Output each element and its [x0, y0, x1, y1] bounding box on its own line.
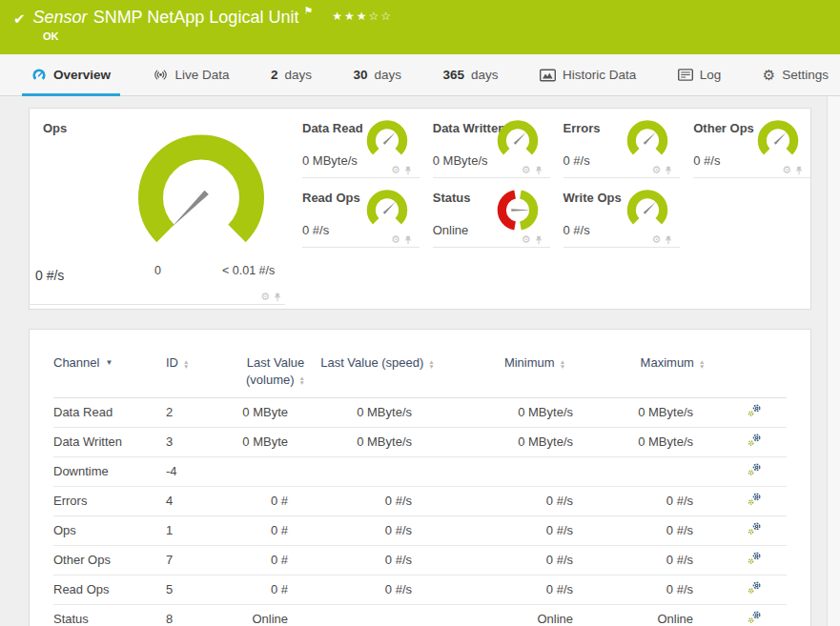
- gauge-tile-ops: Ops 0 < 0.01 #/s 0 #/s ⚙: [30, 109, 289, 309]
- cell-minimum: 0 #/s: [435, 487, 635, 516]
- sensor-kind-label: Sensor: [33, 8, 88, 28]
- cell-channel: Ops: [53, 516, 166, 546]
- edit-channel-icon[interactable]: [748, 522, 762, 538]
- gauge-tile-status: Status Online ⚙: [420, 178, 550, 248]
- tab-live-data[interactable]: Live Data: [143, 54, 239, 95]
- cell-maximum: 0 #/s: [635, 576, 710, 605]
- channel-settings-icon[interactable]: ⚙: [522, 234, 531, 245]
- cell-maximum: 0 MByte/s: [635, 428, 710, 457]
- cell-minimum: [435, 457, 635, 487]
- tab-2-days[interactable]: 2 days: [261, 54, 321, 95]
- gauge-label: Data Read: [302, 121, 363, 135]
- cell-last-value-volume: 0 #: [231, 516, 320, 546]
- cell-last-value-speed: [320, 605, 435, 626]
- channel-settings-icon[interactable]: ⚙: [782, 165, 791, 175]
- gauge-tile-data-read: Data Read 0 MByte/s ⚙: [289, 109, 420, 178]
- gauge-current-value: 0 #/s: [693, 153, 720, 168]
- edit-channel-icon[interactable]: [748, 463, 762, 479]
- gauge-tile-data-written: Data Written 0 MByte/s ⚙: [420, 109, 550, 178]
- gauge-tile-other-ops: Other Ops 0 #/s ⚙: [680, 109, 810, 178]
- gauge-current-value: 0 #/s: [563, 223, 590, 237]
- gauge-tile-write-ops: Write Ops 0 #/s ⚙: [550, 178, 681, 248]
- column-header-minimum[interactable]: Minimum▲▼: [435, 341, 635, 398]
- channel-settings-icon[interactable]: ⚙: [260, 292, 270, 302]
- gauge-current-value: 0 MByte/s: [302, 153, 358, 168]
- cell-last-value-speed: 0 #/s: [320, 546, 435, 576]
- channel-settings-icon[interactable]: ⚙: [391, 165, 400, 175]
- cell-id: 5: [166, 576, 231, 605]
- status-gauge: [494, 188, 542, 232]
- column-header-channel[interactable]: Channel▼: [53, 341, 166, 398]
- channels-table: Channel▼ ID▲▼ Last Value (volume)▲▼ Last…: [53, 341, 787, 626]
- table-row: Status 8 Online Online Online: [53, 605, 787, 626]
- cell-channel: Status: [53, 605, 166, 626]
- mini-gauge: [363, 118, 411, 163]
- edit-channel-icon[interactable]: [748, 611, 762, 626]
- cell-last-value-volume: 0 #: [231, 546, 320, 576]
- pin-icon[interactable]: [665, 235, 672, 245]
- gauge-tile-read-ops: Read Ops 0 #/s ⚙: [289, 178, 420, 248]
- edit-channel-icon[interactable]: [748, 581, 762, 597]
- channel-settings-icon[interactable]: ⚙: [651, 234, 661, 245]
- flag-icon[interactable]: ⚑: [303, 5, 313, 17]
- mini-gauge: [494, 118, 542, 163]
- tab-30-days[interactable]: 30 days: [344, 54, 412, 95]
- edit-channel-icon[interactable]: [748, 552, 762, 568]
- table-row: Data Written 3 0 MByte 0 MByte/s 0 MByte…: [53, 428, 787, 457]
- cell-maximum: 0 #/s: [635, 487, 710, 516]
- edit-channel-icon[interactable]: [748, 493, 762, 509]
- gauge-current-value: 0 #/s: [563, 153, 590, 168]
- cell-id: 7: [166, 546, 231, 576]
- table-row: Other Ops 7 0 # 0 #/s 0 #/s 0 #/s: [53, 546, 787, 576]
- cell-maximum: 0 #/s: [635, 546, 710, 576]
- cell-channel: Other Ops: [53, 546, 166, 576]
- tab-365-days[interactable]: 365 days: [434, 54, 508, 95]
- cell-minimum: Online: [435, 605, 635, 626]
- mini-gauge: [624, 118, 671, 163]
- cell-channel: Read Ops: [53, 576, 166, 605]
- cell-maximum: Online: [635, 605, 710, 626]
- gauge-current-value: 0 #/s: [302, 223, 329, 237]
- tab-log[interactable]: Log: [668, 54, 731, 95]
- tab-historic-data[interactable]: Historic Data: [530, 54, 645, 95]
- cell-minimum: 0 #/s: [435, 546, 635, 576]
- pin-icon[interactable]: [404, 166, 412, 175]
- pin-icon[interactable]: [404, 235, 412, 245]
- pin-icon[interactable]: [535, 166, 543, 175]
- cell-id: 2: [166, 398, 231, 428]
- table-row: Errors 4 0 # 0 #/s 0 #/s 0 #/s: [53, 487, 787, 516]
- sensor-overview-content: Ops 0 < 0.01 #/s 0 #/s ⚙ Dat: [0, 96, 840, 626]
- vertical-scrollbar[interactable]: [827, 96, 840, 626]
- pin-icon[interactable]: [535, 235, 543, 245]
- cell-channel: Errors: [53, 487, 166, 516]
- cell-last-value-speed: [320, 457, 435, 487]
- cell-last-value-volume: 0 #: [231, 487, 320, 516]
- pin-icon[interactable]: [274, 293, 281, 302]
- gauge-current-value: 0 #/s: [35, 268, 64, 283]
- cell-id: -4: [166, 457, 231, 487]
- mini-gauge: [363, 188, 411, 232]
- pin-icon[interactable]: [795, 166, 803, 175]
- channel-settings-icon[interactable]: ⚙: [651, 165, 661, 175]
- sort-icon: ▲▼: [560, 359, 565, 369]
- column-header-last-value-volume[interactable]: Last Value (volume)▲▼: [231, 341, 320, 398]
- gauge-icon: [31, 68, 47, 82]
- mini-gauge: [754, 118, 802, 163]
- gauges-panel: Ops 0 < 0.01 #/s 0 #/s ⚙ Dat: [29, 108, 811, 310]
- edit-channel-icon[interactable]: [748, 404, 762, 420]
- tab-settings[interactable]: ⚙ Settings: [753, 54, 838, 95]
- channel-settings-icon[interactable]: ⚙: [522, 165, 531, 175]
- column-header-maximum[interactable]: Maximum▲▼: [635, 341, 710, 398]
- cell-last-value-volume: [231, 457, 320, 487]
- edit-channel-icon[interactable]: [748, 434, 762, 450]
- column-header-last-value-speed[interactable]: Last Value (speed)▲▼: [320, 341, 435, 398]
- column-header-id[interactable]: ID▲▼: [166, 341, 231, 398]
- sort-icon: ▲▼: [299, 375, 305, 385]
- gauge-label: Other Ops: [693, 121, 754, 135]
- cell-last-value-speed: 0 #/s: [320, 487, 435, 516]
- cell-last-value-volume: 0 #: [231, 576, 320, 605]
- pin-icon[interactable]: [665, 166, 672, 175]
- channel-settings-icon[interactable]: ⚙: [391, 234, 400, 245]
- tab-overview[interactable]: Overview: [22, 54, 120, 95]
- priority-stars[interactable]: ★★★☆☆: [332, 10, 393, 23]
